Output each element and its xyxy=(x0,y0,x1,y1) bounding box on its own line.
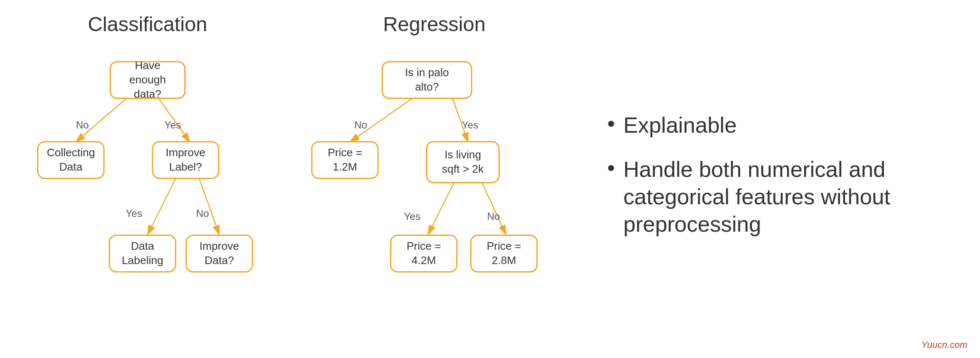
regression-edge-no2-label: No xyxy=(487,211,500,222)
classification-edge-yes-label: Yes xyxy=(164,119,181,131)
svg-line-13 xyxy=(451,95,468,142)
bullet-text-1: Explainable xyxy=(623,112,737,139)
collecting-data-node: CollectingData xyxy=(37,141,105,179)
price-2-8m-node: Price =2.8M xyxy=(470,235,538,273)
classification-tree: Have enoughdata? No Yes CollectingData I… xyxy=(25,53,270,339)
living-sqft-node: Is livingsqft > 2k xyxy=(426,141,500,183)
data-labeling-node: DataLabeling xyxy=(109,235,176,273)
bullet-dot-1: • xyxy=(607,112,615,136)
svg-line-14 xyxy=(428,180,455,235)
bullet-text-2: Handle both numerical and categorical fe… xyxy=(623,156,963,238)
classification-edge-no-label: No xyxy=(76,119,89,131)
svg-line-15 xyxy=(481,180,506,235)
regression-panel: Regression xyxy=(287,13,582,345)
bullet-item-1: • Explainable xyxy=(607,112,963,139)
svg-line-4 xyxy=(76,95,131,142)
svg-line-7 xyxy=(198,176,219,235)
classification-title: Classification xyxy=(88,13,207,36)
improve-data-node: ImproveData? xyxy=(186,235,253,273)
watermark: Yuucn.com xyxy=(921,339,967,350)
classification-root-node: Have enoughdata? xyxy=(110,61,186,99)
svg-line-6 xyxy=(148,176,177,235)
bullet-item-2: • Handle both numerical and categorical … xyxy=(607,156,963,238)
bullet-dot-2: • xyxy=(607,156,615,180)
regression-edge-yes2-label: Yes xyxy=(404,211,420,222)
main-container: Classification xyxy=(0,0,980,358)
svg-line-5 xyxy=(156,95,190,142)
svg-line-12 xyxy=(350,95,417,142)
improve-label-node: ImproveLabel? xyxy=(152,141,219,179)
classification-edge-yes2-label: Yes xyxy=(126,208,142,219)
regression-root-node: Is in palo alto? xyxy=(382,61,472,99)
classification-edge-no2-label: No xyxy=(196,208,209,219)
regression-edge-yes-label: Yes xyxy=(462,119,478,131)
bullets-panel: • Explainable • Handle both numerical an… xyxy=(582,13,963,345)
price-1-2m-node: Price =1.2M xyxy=(311,141,379,179)
regression-title: Regression xyxy=(383,13,486,36)
price-4-2m-node: Price =4.2M xyxy=(390,235,458,273)
regression-edge-no-label: No xyxy=(354,119,367,131)
regression-tree: Is in palo alto? No Yes Price =1.2M Is l… xyxy=(299,53,569,339)
classification-panel: Classification xyxy=(17,13,278,345)
